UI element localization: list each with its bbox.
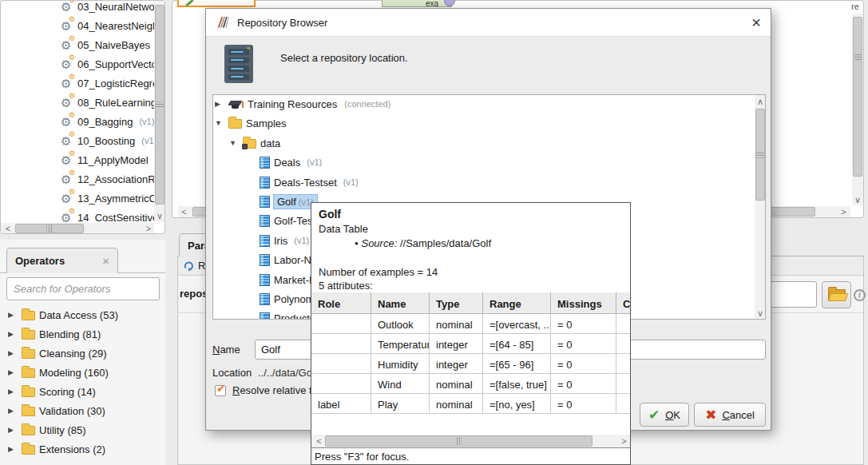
operators-search-input[interactable] — [6, 277, 160, 300]
tree-item-repository[interactable]: ▶ Training Resources(connected) — [215, 94, 742, 113]
scroll-down-button[interactable]: ∨ — [154, 210, 165, 222]
open-folder-icon — [828, 289, 846, 301]
tree-item-process[interactable]: ⚙⚙12_AssociationRu — [61, 169, 154, 189]
checkbox-checked-icon[interactable]: ✔ — [215, 385, 226, 396]
data-table-icon — [260, 235, 270, 247]
expand-arrow-icon[interactable]: ▶ — [8, 311, 18, 319]
cell-type: nominal — [430, 394, 483, 414]
operator-folder[interactable]: ▶Validation (30) — [8, 401, 160, 420]
info-icon[interactable]: i — [854, 289, 866, 301]
tooltip-type: Data Table — [319, 223, 368, 235]
gear-icon: ⚙⚙ — [61, 97, 73, 109]
ok-button[interactable]: ✔ OK — [640, 403, 689, 427]
operator-folder[interactable]: ▶Blending (81) — [8, 324, 160, 344]
expand-arrow-icon[interactable]: ▶ — [8, 388, 18, 395]
scroll-down-button[interactable]: ∨ — [852, 194, 863, 205]
close-icon[interactable]: × — [751, 14, 761, 30]
scroll-left-button[interactable]: < — [2, 223, 14, 234]
tooltip-footer: Press "F3" for focus. — [311, 447, 631, 465]
browse-repository-button[interactable] — [822, 281, 851, 308]
operator-box[interactable]: exa — [382, 0, 452, 7]
tree-item-process[interactable]: ⚙⚙04_NearestNeighb — [61, 16, 154, 35]
operator-folder[interactable]: ▶Utility (85) — [8, 420, 160, 439]
scroll-down-button[interactable]: ∨ — [755, 308, 766, 319]
gear-icon: ⚙⚙ — [61, 20, 73, 32]
gear-icon: ⚙⚙ — [61, 58, 73, 70]
folder-icon — [22, 426, 35, 435]
cell-role — [311, 354, 371, 374]
column-header: Type — [430, 292, 483, 314]
folder-icon — [228, 119, 242, 129]
resolve-relative-checkbox-row[interactable]: ✔ Resolve relative to — [215, 384, 318, 396]
operator-folder[interactable]: ▶Cleansing (29) — [8, 344, 160, 363]
expand-arrow-icon[interactable]: ▶ — [8, 445, 18, 453]
scroll-right-button[interactable]: > — [618, 435, 630, 447]
dialog-titlebar[interactable]: Repository Browser × — [206, 9, 771, 37]
data-table-icon — [260, 312, 270, 320]
expand-arrow-icon[interactable]: ▶ — [8, 426, 18, 434]
scrollbar-thumb[interactable] — [755, 109, 765, 201]
bullet-icon: ● — [355, 240, 359, 247]
scroll-left-button[interactable]: < — [178, 206, 190, 217]
cancel-button[interactable]: ✖ Cancel — [694, 403, 766, 427]
tree-item-process[interactable]: ⚙⚙14_CostSensitiveL — [61, 208, 154, 223]
cell-missings: = 0 — [551, 394, 616, 414]
tree-item-process[interactable]: ⚙⚙08_RuleLearning(v1) — [61, 93, 154, 112]
expand-arrow-icon[interactable]: ▶ — [8, 368, 18, 376]
operator-folder[interactable]: ▶Modeling (160) — [8, 363, 160, 382]
tree-item-process[interactable]: ⚙⚙10_Boosting(v1) — [61, 131, 154, 150]
tree-item-process[interactable]: ⚙⚙05_NaiveBayes(v1) — [61, 35, 154, 54]
scroll-up-button[interactable]: ∧ — [755, 96, 766, 107]
dialog-title: Repository Browser — [237, 17, 327, 29]
cell-type: integer — [430, 334, 483, 354]
operator-folder[interactable]: ▶Extensions (2) — [8, 439, 160, 459]
tree-item-process[interactable]: ⚙⚙13_AsymmetricCo — [61, 189, 154, 208]
gear-icon: ⚙⚙ — [61, 212, 73, 224]
cell-role — [311, 314, 371, 334]
rapidminer-logo-icon — [216, 15, 230, 30]
tree-item-process[interactable]: ⚙⚙11_ApplyModel(v1) — [61, 150, 154, 169]
operator-folder[interactable]: ▶Scoring (14) — [8, 382, 160, 401]
tree-item-dataset[interactable]: Deals-Testset(v1) — [260, 173, 739, 192]
operator-box[interactable] — [177, 0, 256, 7]
operator-folder[interactable]: ▶Data Access (53) — [8, 305, 160, 324]
cell-type: nominal — [430, 314, 483, 334]
scroll-right-button[interactable]: > — [143, 223, 154, 234]
scroll-left-button[interactable]: < — [313, 435, 325, 447]
tree-item-folder[interactable]: ▼ Samples — [215, 113, 742, 133]
location-value: ../../data/Golf — [258, 367, 317, 379]
cell-missings: = 0 — [551, 314, 616, 334]
scrollbar-thumb[interactable] — [853, 17, 862, 177]
training-resources-icon — [228, 99, 244, 109]
column-header: Missings — [551, 292, 616, 314]
scroll-right-button[interactable]: > — [838, 206, 850, 217]
tooltip-attributes-line: 5 attributes: — [319, 280, 373, 292]
output-port[interactable] — [444, 0, 455, 6]
expand-arrow-icon[interactable]: ▶ — [8, 407, 18, 415]
tree-item-folder[interactable]: ▼ data — [229, 133, 740, 153]
tree-item-dataset[interactable]: Deals(v1) — [260, 153, 739, 172]
tab-operators[interactable]: Operators × — [6, 248, 118, 273]
close-icon[interactable]: × — [102, 255, 109, 267]
folder-icon — [22, 445, 35, 455]
check-icon: ✔ — [648, 407, 660, 423]
scrollbar-thumb[interactable] — [15, 224, 84, 233]
scrollbar-thumb[interactable] — [155, 5, 164, 205]
expand-arrow-icon[interactable]: ▶ — [8, 330, 18, 338]
folder-icon — [22, 330, 35, 340]
scrollbar-thumb[interactable] — [325, 435, 593, 447]
tree-item-process[interactable]: ⚙⚙07_LogisticRegres — [61, 74, 154, 93]
tree-item-process[interactable]: ⚙⚙09_Bagging(v1) — [61, 112, 154, 131]
folder-icon — [22, 388, 35, 397]
collapse-arrow-icon[interactable]: ▼ — [229, 139, 239, 147]
collapse-arrow-icon[interactable]: ▼ — [215, 119, 224, 127]
cell-missings: = 0 — [551, 374, 616, 394]
expand-arrow-icon[interactable]: ▶ — [8, 349, 18, 357]
tree-item-process[interactable]: ⚙⚙06_SupportVector — [61, 54, 154, 74]
tree-item-process[interactable]: ⚙⚙03_NeuralNetwork — [61, 1, 154, 16]
gear-icon: ⚙⚙ — [61, 116, 73, 128]
cell-missings: = 0 — [551, 334, 616, 354]
gear-icon: ⚙⚙ — [61, 78, 73, 89]
cell-range: =[64 - 85] — [483, 334, 551, 354]
expand-arrow-icon[interactable]: ▶ — [215, 100, 224, 108]
